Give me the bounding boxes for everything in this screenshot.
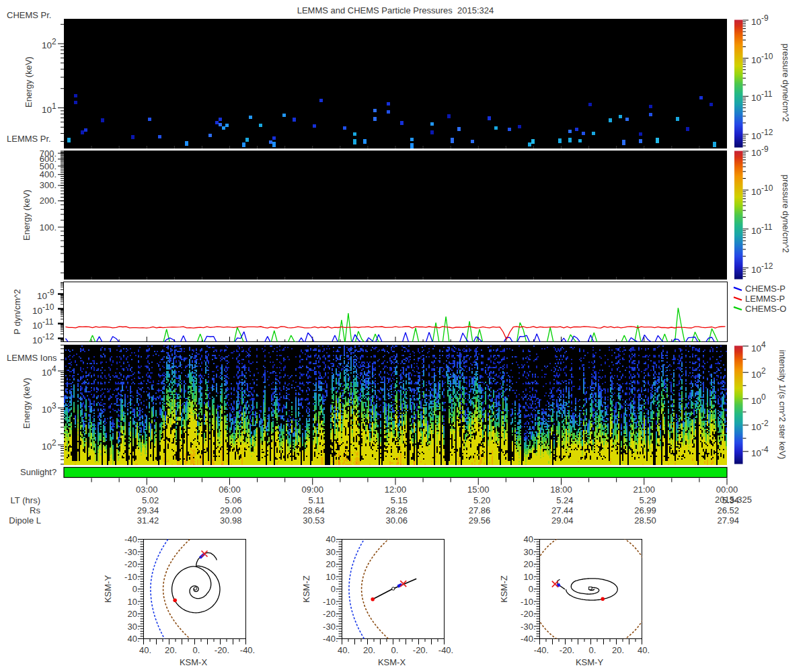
svg-text:100.: 100. [40,222,56,233]
svg-text:30.06: 30.06 [385,515,408,526]
svg-text:LEMMS-P: LEMMS-P [745,294,785,304]
svg-text:10.: 10. [523,572,535,582]
svg-text:-20.: -20. [560,645,574,655]
svg-text:LT (hrs): LT (hrs) [10,495,40,505]
svg-text:LEMMS and CHEMS Particle Press: LEMMS and CHEMS Particle Pressures 2015:… [297,5,494,15]
svg-text:27.44: 27.44 [551,505,574,515]
svg-text:-40.: -40. [124,534,139,544]
svg-text:-40.: -40. [438,645,453,655]
svg-text:LEMMS Pr.: LEMMS Pr. [7,134,51,144]
svg-text:10.: 10. [127,597,139,607]
svg-text:300.: 300. [40,180,56,190]
svg-text:30.98: 30.98 [220,515,242,526]
svg-text:pressure dyne/cm^2: pressure dyne/cm^2 [781,44,791,122]
svg-text:Sunlight?: Sunlight? [20,467,56,477]
svg-text:28.64: 28.64 [303,505,325,515]
svg-text:29.34: 29.34 [137,505,159,515]
svg-text:Energy (keV): Energy (keV) [24,56,34,108]
svg-text:pressure dyne/cm^2: pressure dyne/cm^2 [781,175,791,253]
svg-text:00:00: 00:00 [716,485,738,495]
svg-text:03:00: 03:00 [136,485,158,495]
svg-text:30.: 30. [127,622,139,632]
svg-text:18:00: 18:00 [550,485,572,495]
svg-text:0.: 0. [193,645,200,655]
svg-text:-20.: -20. [521,609,535,619]
svg-text:20.: 20. [523,559,535,569]
svg-text:40.: 40. [638,645,650,655]
svg-text:27.94: 27.94 [717,515,739,526]
svg-text:29.04: 29.04 [551,515,574,526]
svg-text:40.: 40. [325,534,338,544]
svg-text:40.: 40. [523,534,535,544]
svg-text:Rs: Rs [30,505,40,515]
svg-text:09:00: 09:00 [301,485,323,495]
svg-text:200.: 200. [40,196,56,206]
svg-text:CHEMS-O: CHEMS-O [745,304,786,314]
svg-text:26.52: 26.52 [717,505,739,515]
svg-text:30.: 30. [523,547,535,557]
svg-text:P dyn/cm^2: P dyn/cm^2 [12,289,22,334]
svg-text:700.: 700. [40,149,56,159]
svg-text:26.99: 26.99 [634,505,656,515]
svg-text:27.86: 27.86 [469,505,491,515]
svg-text:-10.: -10. [521,597,535,607]
svg-text:5.06: 5.06 [225,495,241,505]
svg-text:Dipole L: Dipole L [9,515,41,526]
svg-text:30.: 30. [325,547,338,557]
svg-text:intensity 1/(s cm^2 ster keV): intensity 1/(s cm^2 ster keV) [777,350,787,460]
svg-text:KSM-Y: KSM-Y [103,575,113,603]
svg-text:20.: 20. [612,645,624,655]
svg-text:CHEMS Pr.: CHEMS Pr. [7,10,51,20]
svg-text:40.: 40. [139,645,151,655]
svg-text:28.26: 28.26 [385,505,408,515]
svg-text:-10.: -10. [323,597,338,607]
svg-text:40.: 40. [127,634,139,644]
svg-text:0.: 0. [589,645,597,655]
svg-text:5.24: 5.24 [556,495,573,505]
svg-text:15:00: 15:00 [467,485,490,495]
svg-text:Energy (keV): Energy (keV) [22,190,32,241]
svg-text:28.50: 28.50 [634,515,656,526]
svg-text:-30.: -30. [323,622,338,632]
svg-text:-40.: -40. [534,645,549,655]
svg-text:-40.: -40. [323,634,338,644]
svg-text:21:00: 21:00 [633,485,655,495]
svg-text:KSM-Z: KSM-Z [499,575,509,603]
svg-text:29.00: 29.00 [220,505,242,515]
svg-text:-30.: -30. [124,547,139,557]
svg-text:KSM-Z: KSM-Z [301,575,311,603]
svg-text:-20.: -20. [215,645,229,655]
svg-text:-40.: -40. [240,645,255,655]
svg-text:5.29: 5.29 [639,495,656,505]
svg-text:20.: 20. [325,559,338,569]
svg-text:-10.: -10. [124,572,139,582]
svg-text:KSM-X: KSM-X [378,657,406,667]
svg-text:KSM-Y: KSM-Y [576,657,604,667]
svg-text:20.: 20. [127,609,139,619]
svg-text:31.42: 31.42 [137,515,159,526]
svg-text:30.53: 30.53 [303,515,325,526]
svg-text:KSM-X: KSM-X [180,657,208,667]
svg-text:2015-325: 2015-325 [715,495,752,505]
svg-text:CHEMS-P: CHEMS-P [745,284,785,294]
svg-text:20.: 20. [165,645,177,655]
svg-text:0.: 0. [391,645,399,655]
svg-text:12:00: 12:00 [385,485,407,495]
svg-text:5.02: 5.02 [142,495,159,505]
svg-text:LEMMS Ions: LEMMS Ions [7,353,57,363]
svg-text:Energy (keV): Energy (keV) [22,378,32,429]
svg-text:29.56: 29.56 [469,515,491,526]
svg-text:20.: 20. [363,645,375,655]
svg-text:-20.: -20. [124,559,139,569]
svg-text:-20.: -20. [323,609,338,619]
svg-text:5.11: 5.11 [308,495,324,505]
svg-text:-30.: -30. [521,622,535,632]
svg-text:5.20: 5.20 [473,495,490,505]
svg-text:0.: 0. [331,584,338,594]
svg-text:5.15: 5.15 [391,495,408,505]
svg-text:06:00: 06:00 [219,485,241,495]
svg-text:0.: 0. [529,584,536,594]
svg-text:-40.: -40. [521,634,535,644]
svg-text:40.: 40. [338,645,350,655]
svg-text:-20.: -20. [413,645,428,655]
